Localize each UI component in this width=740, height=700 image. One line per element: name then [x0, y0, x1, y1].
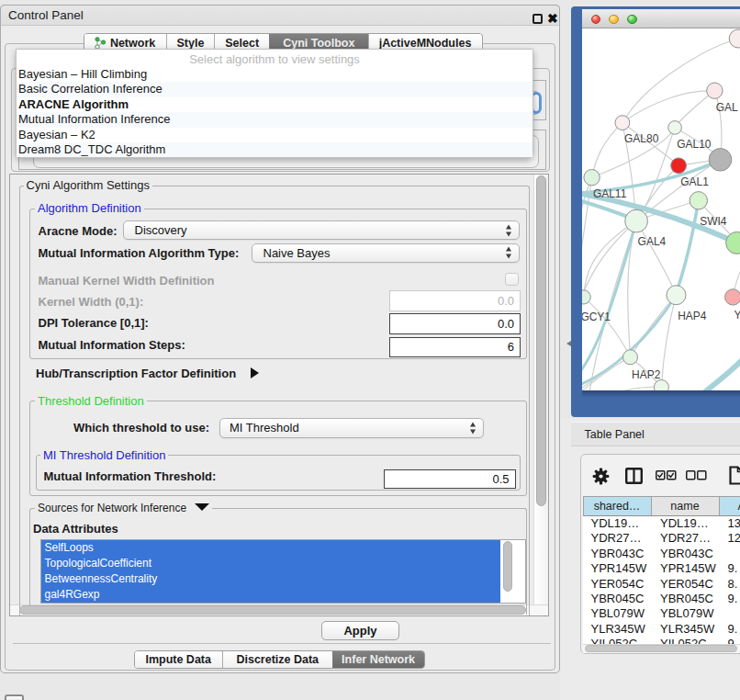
table-row[interactable]: YBL079WYBL079W: [583, 606, 740, 621]
dropdown-item[interactable]: Bayesian – K2: [17, 128, 533, 142]
cut-off-button[interactable]: [5, 694, 24, 700]
dpi-tolerance-field[interactable]: 0.0: [389, 313, 521, 334]
node-label: GAL80: [624, 132, 659, 145]
table-cell: YER054C: [651, 577, 719, 592]
table-cell: [719, 547, 740, 561]
network-edge[interactable]: [591, 123, 622, 178]
network-node[interactable]: [725, 231, 739, 254]
mi-type-combobox[interactable]: Naive Bayes: [252, 243, 521, 263]
vertical-scrollbar-thumb[interactable]: [536, 175, 546, 506]
horizontal-scrollbar-thumb[interactable]: [19, 605, 526, 615]
network-node-hap4[interactable]: [667, 286, 686, 305]
network-node-gal[interactable]: [706, 83, 722, 98]
tab-label: Network: [110, 37, 155, 50]
column-header-1[interactable]: shared…: [584, 497, 652, 515]
minimize-traffic-light-icon[interactable]: [609, 15, 619, 25]
network-node-y[interactable]: [724, 289, 740, 305]
close-icon[interactable]: ✖: [547, 13, 557, 23]
gear-icon[interactable]: [592, 468, 610, 485]
table-cell: 9.: [719, 592, 740, 606]
list-item[interactable]: gal4RGexp: [41, 587, 500, 603]
list-scrollbar-thumb[interactable]: [503, 541, 512, 592]
data-attributes-list[interactable]: SelfLoopsTopologicalCoefficientBetweenne…: [40, 539, 526, 604]
list-item[interactable]: TopologicalCoefficient: [41, 556, 500, 571]
aracne-mode-value: Discovery: [135, 221, 187, 239]
network-canvas[interactable]: GALGAL80GAL10GAL1GAL11SWI4GAL4GCY1HAP4YH…: [582, 28, 740, 390]
list-item[interactable]: BetweennessCentrality: [41, 571, 500, 587]
new-document-icon[interactable]: [729, 466, 740, 485]
cyni-algorithm-settings-title: Cyni Algorithm Settings: [24, 179, 152, 191]
control-panel-titlebar[interactable]: [0, 5, 560, 26]
tab-discretize-data[interactable]: Discretize Data: [222, 651, 332, 668]
network-edge[interactable]: [636, 221, 676, 296]
unselect-all-columns-icon[interactable]: [686, 470, 707, 480]
network-node[interactable]: [729, 29, 740, 48]
table-hscrollbar-thumb[interactable]: [585, 645, 737, 653]
network-node[interactable]: [654, 379, 668, 390]
network-node-gal1[interactable]: [670, 158, 686, 174]
network-node-gal80[interactable]: [615, 116, 630, 130]
select-all-columns-icon[interactable]: [656, 470, 677, 480]
which-threshold-combobox[interactable]: MI Threshold: [219, 418, 484, 438]
network-node-gal11[interactable]: [584, 170, 600, 186]
manual-kernel-checkbox[interactable]: [505, 273, 519, 286]
table-row[interactable]: YLR345WYLR345W9.: [583, 622, 740, 637]
network-edge-thick[interactable]: [678, 200, 699, 288]
dropdown-item[interactable]: Dream8 DC_TDC Algorithm: [17, 142, 533, 157]
column-header-2[interactable]: name: [652, 497, 720, 515]
table-row[interactable]: YBR045CYBR045C9.: [583, 592, 740, 606]
mi-steps-field[interactable]: 6: [389, 337, 521, 358]
collapse-arrow-icon[interactable]: [195, 503, 209, 511]
network-edge-thick[interactable]: [703, 360, 740, 390]
apply-button[interactable]: Apply: [321, 621, 399, 640]
tab-infer-network[interactable]: Infer Network: [332, 651, 424, 668]
combo-arrows-icon: [470, 422, 477, 434]
table-row[interactable]: YER054CYER054C8.: [583, 577, 740, 592]
combo-arrows-icon: [506, 224, 512, 236]
dropdown-item[interactable]: Bayesian – Hill Climbing: [17, 67, 533, 82]
data-attributes-label: Data Attributes: [33, 523, 118, 535]
split-view-icon[interactable]: [625, 468, 643, 484]
canvas-bottom-shadow: [582, 390, 740, 398]
table-cell: YBR045C: [583, 592, 651, 606]
network-node-gal4[interactable]: [624, 209, 647, 232]
table-cell: YBR043C: [583, 547, 651, 561]
float-window-icon[interactable]: [533, 14, 543, 24]
table-cell: YBL079W: [583, 606, 651, 621]
table-row[interactable]: YDL19…YDL19…13: [583, 516, 740, 531]
network-edge[interactable]: [583, 221, 635, 298]
column-header-3[interactable]: A: [720, 497, 740, 515]
table-cell: 13: [719, 516, 740, 531]
network-node-gal10[interactable]: [668, 121, 682, 135]
node-label: GCY1: [582, 310, 611, 323]
network-tab-icon: [95, 37, 107, 49]
aracne-mode-combobox[interactable]: Discovery: [123, 220, 521, 240]
node-label: GAL: [715, 101, 737, 114]
network-edge[interactable]: [622, 91, 714, 123]
network-node-hap2[interactable]: [622, 350, 637, 365]
list-item[interactable]: SelfLoops: [41, 540, 500, 556]
dropdown-item[interactable]: Mutual Information Inference: [17, 112, 533, 127]
table-row[interactable]: YPR145WYPR145W9.: [583, 561, 740, 576]
dropdown-item[interactable]: ARACNE Algorithm: [17, 97, 533, 112]
network-edge[interactable]: [583, 297, 630, 356]
zoom-traffic-light-icon[interactable]: [627, 15, 637, 25]
network-edge[interactable]: [582, 357, 630, 390]
table-row[interactable]: YIL052CYIL052C9.: [583, 637, 740, 643]
network-window-titlebar[interactable]: [582, 9, 740, 28]
mi-threshold-definition-title: MI Threshold Definition: [40, 449, 168, 461]
network-node[interactable]: [709, 149, 732, 172]
node-label: HAP4: [678, 310, 707, 322]
kernel-width-field[interactable]: 0.0: [389, 290, 521, 311]
table-cell: YPR145W: [651, 561, 719, 576]
table-row[interactable]: YBR043CYBR043C: [583, 547, 740, 561]
table-cell: 8.: [719, 577, 740, 592]
expand-arrow-icon[interactable]: [251, 367, 259, 378]
network-edge[interactable]: [661, 295, 676, 387]
table-row[interactable]: YDR27…YDR27…12: [583, 531, 740, 546]
mi-threshold-field[interactable]: 0.5: [384, 469, 516, 489]
tab-impute-data[interactable]: Impute Data: [135, 651, 222, 668]
network-node-swi4[interactable]: [690, 192, 707, 209]
close-traffic-light-icon[interactable]: [591, 15, 601, 25]
dropdown-item[interactable]: Basic Correlation Inference: [17, 82, 533, 96]
